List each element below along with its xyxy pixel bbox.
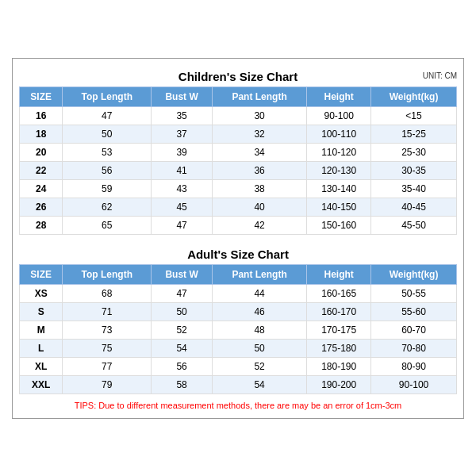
table-cell: 73 [63,321,152,339]
children-header-row: SIZE Top Length Bust W Pant Length Heigh… [20,86,457,106]
table-cell: XS [20,284,63,302]
table-row: XL775652180-19080-90 [20,357,457,375]
table-row: 24594338130-14035-40 [20,179,457,198]
table-cell: S [20,302,63,321]
size-chart-container: Children's Size Chart UNIT: CM SIZE Top … [12,58,464,419]
table-cell: 120-130 [307,161,371,179]
table-cell: 36 [212,161,306,179]
table-cell: XXL [20,375,63,393]
table-cell: M [20,321,63,339]
table-cell: 80-90 [371,357,457,375]
table-cell: 15-25 [371,125,457,143]
table-row: L755450175-18070-80 [20,339,457,357]
table-cell: 150-160 [307,216,371,234]
children-title: Children's Size Chart UNIT: CM [19,65,457,86]
table-cell: 62 [63,198,152,216]
table-cell: 35-40 [371,179,457,198]
table-cell: <15 [371,106,457,125]
table-cell: 59 [63,179,152,198]
table-cell: 40 [212,198,306,216]
table-cell: 45-50 [371,216,457,234]
table-cell: 50-55 [371,284,457,302]
table-cell: 39 [152,143,213,161]
table-cell: 65 [63,216,152,234]
table-cell: 53 [63,143,152,161]
table-cell: 22 [20,161,63,179]
table-cell: 52 [212,357,306,375]
adults-col-size: SIZE [20,264,63,284]
table-row: 1647353090-100<15 [20,106,457,125]
table-cell: 100-110 [307,125,371,143]
table-cell: 47 [152,284,213,302]
children-table: SIZE Top Length Bust W Pant Length Heigh… [19,86,457,235]
adults-title-text: Adult's Size Chart [187,248,289,261]
table-cell: 50 [152,302,213,321]
table-cell: 38 [212,179,306,198]
table-cell: 58 [152,375,213,393]
table-cell: 41 [152,161,213,179]
table-cell: 20 [20,143,63,161]
table-cell: 28 [20,216,63,234]
table-cell: 90-100 [371,375,457,393]
table-cell: 32 [212,125,306,143]
table-cell: 140-150 [307,198,371,216]
table-cell: 30-35 [371,161,457,179]
children-col-size: SIZE [20,86,63,106]
table-cell: 25-30 [371,143,457,161]
table-cell: 60-70 [371,321,457,339]
table-cell: 54 [212,375,306,393]
table-cell: 40-45 [371,198,457,216]
table-cell: 70-80 [371,339,457,357]
table-row: XXL795854190-20090-100 [20,375,457,393]
table-row: S715046160-17055-60 [20,302,457,321]
table-cell: 43 [152,179,213,198]
table-row: 20533934110-12025-30 [20,143,457,161]
table-cell: 44 [212,284,306,302]
table-cell: XL [20,357,63,375]
table-cell: 50 [63,125,152,143]
table-cell: 45 [152,198,213,216]
table-cell: 35 [152,106,213,125]
table-cell: 18 [20,125,63,143]
table-cell: 170-175 [307,321,371,339]
table-cell: 37 [152,125,213,143]
adults-col-weight: Weight(kg) [371,264,457,284]
table-row: 28654742150-16045-50 [20,216,457,234]
table-cell: 47 [63,106,152,125]
table-cell: 180-190 [307,357,371,375]
table-cell: 160-170 [307,302,371,321]
table-cell: 24 [20,179,63,198]
table-cell: 90-100 [307,106,371,125]
children-col-bust-w: Bust W [152,86,213,106]
table-row: 26624540140-15040-45 [20,198,457,216]
adults-table: SIZE Top Length Bust W Pant Length Heigh… [19,264,457,394]
table-cell: 79 [63,375,152,393]
table-cell: 160-165 [307,284,371,302]
table-row: XS684744160-16550-55 [20,284,457,302]
table-cell: 16 [20,106,63,125]
adults-header-row: SIZE Top Length Bust W Pant Length Heigh… [20,264,457,284]
children-col-weight: Weight(kg) [371,86,457,106]
table-cell: 175-180 [307,339,371,357]
table-cell: 34 [212,143,306,161]
table-cell: 54 [152,339,213,357]
table-cell: 110-120 [307,143,371,161]
table-cell: 50 [212,339,306,357]
table-cell: 71 [63,302,152,321]
table-row: M735248170-17560-70 [20,321,457,339]
children-title-text: Children's Size Chart [178,70,298,83]
table-cell: 77 [63,357,152,375]
table-cell: 42 [212,216,306,234]
tips-text: TIPS: Due to different measurement metho… [19,399,457,412]
children-col-height: Height [307,86,371,106]
table-cell: 56 [152,357,213,375]
table-cell: 56 [63,161,152,179]
table-cell: 48 [212,321,306,339]
table-cell: L [20,339,63,357]
adults-col-height: Height [307,264,371,284]
unit-label: UNIT: CM [423,71,457,80]
table-cell: 30 [212,106,306,125]
children-col-pant-length: Pant Length [212,86,306,106]
table-row: 18503732100-11015-25 [20,125,457,143]
adults-title: Adult's Size Chart [19,243,457,264]
